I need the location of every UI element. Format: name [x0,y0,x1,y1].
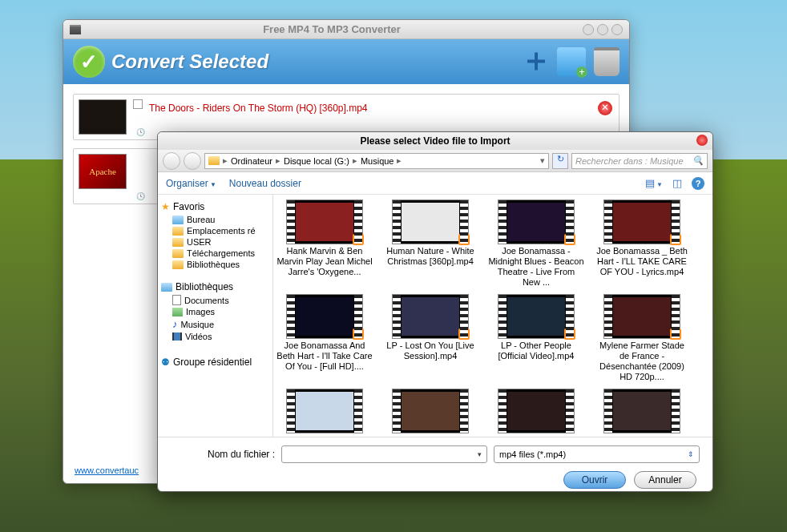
library-icon [161,283,172,292]
new-folder-button[interactable]: Nouveau dossier [229,178,301,189]
add-file-button[interactable]: ＋ [520,47,549,76]
breadcrumb-segment[interactable]: Disque local (G:) [284,156,349,166]
play-icon [564,234,575,245]
folder-icon [172,227,184,236]
folder-icon [172,238,184,247]
nav-back-button[interactable] [163,152,180,170]
breadcrumb-segment[interactable]: Musique [361,156,394,166]
file-cell[interactable] [382,389,478,435]
homegroup-icon: ⚉ [161,357,170,368]
open-button[interactable]: Ouvrir [563,471,626,489]
remove-file-button[interactable]: ✕ [598,101,612,115]
file-cell[interactable] [488,389,584,435]
star-icon: ★ [161,201,170,212]
organize-menu[interactable]: Organiser [166,178,216,189]
help-button[interactable]: ? [692,177,704,190]
video-icon [172,332,182,341]
refresh-button[interactable]: ↻ [552,153,568,169]
sidebar-item-downloads[interactable]: Téléchargements [161,248,269,259]
file-cell[interactable]: Mylene Farmer Stade de France - Désencha… [594,294,690,382]
search-icon: 🔍 [692,155,704,166]
play-icon [353,234,364,245]
dialog-nav: ▸ Ordinateur ▸ Disque local (G:) ▸ Musiq… [158,150,712,172]
play-icon [670,328,681,340]
file-cell[interactable]: Joe Bonamassa - Midnight Blues - Beacon … [488,200,584,288]
filename-label: Nom du fichier : [171,449,275,460]
cancel-button[interactable]: Annuler [634,471,696,489]
dialog-footer: Nom du fichier : ▾ mp4 files (*.mp4)⇕ Ou… [158,437,712,497]
main-titlebar[interactable]: Free MP4 To MP3 Converter [63,20,629,39]
filename-input[interactable]: ▾ [281,445,487,463]
file-grid: Hank Marvin & Ben Marvin Play Jean Miche… [273,195,712,437]
sidebar-favorites-header[interactable]: ★Favoris [161,200,269,214]
file-cell[interactable]: LP - Other People [Official Video].mp4 [488,294,584,382]
sidebar: ★Favoris Bureau Emplacements ré USER Tél… [158,195,273,437]
file-cell[interactable]: Hank Marvin & Ben Marvin Play Jean Miche… [276,200,373,288]
app-icon [70,25,81,34]
check-icon [73,46,105,78]
file-name: The Doors - Riders On The Storm (HQ) [36… [149,99,368,114]
document-icon [172,295,181,305]
play-icon [353,328,364,340]
play-icon [564,328,575,340]
sidebar-libraries-header[interactable]: Bibliothèques [161,280,269,294]
clock-icon: 🕓 [136,192,145,200]
convert-selected-label: Convert Selected [111,50,514,73]
play-icon [670,234,681,245]
clock-icon: 🕓 [136,128,145,136]
file-checkbox[interactable] [133,99,143,109]
nav-forward-button[interactable] [184,152,201,170]
file-cell[interactable] [594,389,690,435]
dialog-close-button[interactable] [696,135,708,146]
sidebar-item-videos[interactable]: Vidéos [161,331,269,342]
file-thumbnail: Apache [79,154,127,189]
dialog-toolbar: Organiser Nouveau dossier ▤ ◫ ? [158,172,712,195]
folder-icon [208,156,220,165]
add-folder-button[interactable] [557,47,586,76]
file-cell[interactable] [276,389,373,435]
sidebar-item-user[interactable]: USER [161,236,269,248]
search-input[interactable]: Rechercher dans : Musique 🔍 [571,153,708,169]
file-cell[interactable]: Human Nature - White Christmas [360p].mp… [382,200,478,288]
preview-pane-button[interactable]: ◫ [672,177,682,189]
file-cell[interactable]: LP - Lost On You [Live Session].mp4 [382,294,478,382]
breadcrumb[interactable]: ▸ Ordinateur ▸ Disque local (G:) ▸ Musiq… [204,153,549,169]
close-button[interactable] [611,24,623,35]
picture-icon [172,308,183,316]
folder-icon [172,260,184,269]
minimize-button[interactable] [583,24,594,35]
view-mode-button[interactable]: ▤ [645,177,663,189]
main-title: Free MP4 To MP3 Converter [81,23,583,35]
website-link[interactable]: www.convertauc [75,466,139,475]
music-icon: ♪ [172,318,178,330]
file-thumbnail [79,99,127,135]
file-cell[interactable]: Joe Bonamassa _ Beth Hart - I'LL TAKE CA… [594,200,690,288]
main-header: Convert Selected ＋ [63,39,629,84]
sidebar-item-music[interactable]: ♪Musique [161,317,269,331]
filetype-select[interactable]: mp4 files (*.mp4)⇕ [494,445,700,463]
sidebar-item-recent[interactable]: Emplacements ré [161,225,269,236]
file-dialog: Please select Video file to Import ▸ Ord… [157,131,713,492]
file-cell[interactable]: Joe Bonamassa And Beth Hart - I'll Take … [276,294,373,382]
sidebar-item-documents[interactable]: Documents [161,294,269,306]
play-icon [458,234,470,245]
desktop-icon [172,216,184,224]
breadcrumb-segment[interactable]: Ordinateur [231,156,272,166]
dialog-title: Please select Video file to Import [158,132,712,150]
trash-button[interactable] [594,47,620,76]
play-icon [458,328,470,340]
maximize-button[interactable] [597,24,608,35]
sidebar-homegroup[interactable]: ⚉Groupe résidentiel [161,355,269,369]
sidebar-item-libraries-fav[interactable]: Bibliothèques [161,259,269,270]
folder-icon [172,249,184,258]
sidebar-item-images[interactable]: Images [161,306,269,317]
sidebar-item-bureau[interactable]: Bureau [161,214,269,225]
